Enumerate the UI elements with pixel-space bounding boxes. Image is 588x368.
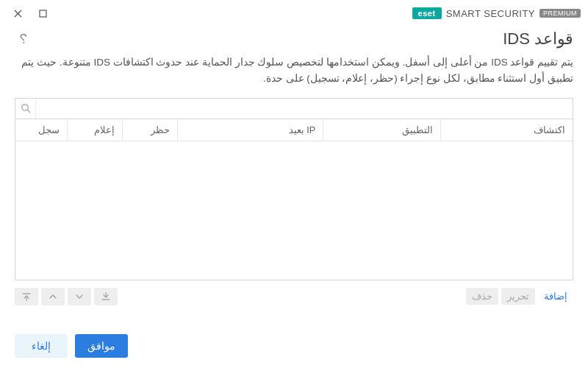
search-bar: [15, 98, 573, 118]
brand-product: SMART SECURITY: [446, 8, 535, 19]
edit-button: تحرير: [501, 288, 535, 305]
brand-eset: eset: [412, 7, 442, 19]
column-notify[interactable]: إعلام: [67, 119, 122, 141]
move-up-button: [41, 288, 65, 305]
maximize-window-button[interactable]: [32, 3, 53, 24]
page-title: قواعد IDS: [503, 29, 573, 49]
column-detection[interactable]: اكتشاف: [440, 119, 573, 141]
ok-button[interactable]: موافق: [75, 334, 128, 358]
brand-tier: PREMIUM: [539, 9, 581, 18]
rules-table: اكتشاف التطبيق IP بعيد حظر إعلام سجل: [15, 118, 573, 280]
move-bottom-button: [94, 288, 118, 305]
cancel-button[interactable]: إلغاء: [15, 334, 68, 358]
search-icon[interactable]: [15, 99, 36, 118]
search-input[interactable]: [36, 99, 573, 118]
svg-point-1: [21, 105, 27, 110]
column-remote-ip[interactable]: IP بعيد: [177, 119, 323, 141]
column-block[interactable]: حظر: [122, 119, 177, 141]
svg-rect-0: [40, 10, 46, 17]
table-body: [15, 141, 573, 280]
delete-button: حذف: [466, 288, 498, 305]
column-log[interactable]: سجل: [15, 119, 67, 141]
column-application[interactable]: التطبيق: [323, 119, 440, 141]
brand: eset SMART SECURITY PREMIUM: [412, 7, 581, 19]
move-down-button: [68, 288, 91, 305]
help-icon[interactable]: ?: [15, 30, 32, 48]
add-button[interactable]: إضافة: [538, 288, 573, 305]
page-description: يتم تقييم قواعد IDS من أعلى إلى أسفل. وي…: [0, 54, 588, 98]
close-window-button[interactable]: [7, 3, 28, 24]
move-top-button: [15, 288, 38, 305]
titlebar: eset SMART SECURITY PREMIUM: [0, 0, 588, 26]
table-header: اكتشاف التطبيق IP بعيد حظر إعلام سجل: [15, 119, 573, 141]
